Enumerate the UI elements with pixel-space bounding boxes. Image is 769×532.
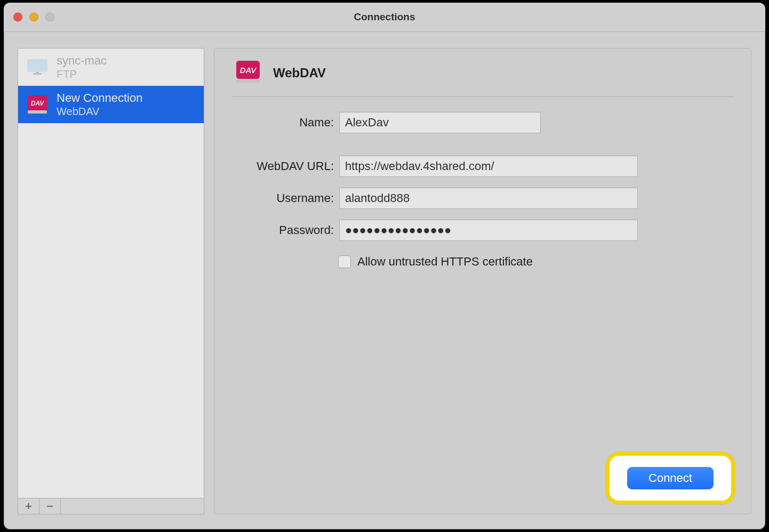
sidebar-item-new-connection[interactable]: DAV New Connection WebDAV [18, 86, 204, 123]
svg-rect-0 [27, 59, 47, 72]
password-field[interactable] [339, 220, 638, 241]
allow-untrusted-checkbox[interactable] [338, 255, 351, 268]
username-field[interactable] [339, 188, 638, 209]
detail-header: DAV WebDAV [231, 59, 734, 97]
webdav-icon: DAV [26, 94, 49, 115]
row-allow-untrusted: Allow untrusted HTTPS certificate [338, 255, 734, 269]
add-connection-button[interactable]: + [18, 498, 39, 514]
close-window-button[interactable] [13, 13, 22, 22]
monitor-icon [26, 57, 49, 77]
row-name: Name: [231, 112, 734, 133]
sidebar-item-label: New Connection [57, 91, 142, 105]
name-field[interactable] [339, 112, 541, 133]
webdav-icon: DAV [235, 59, 261, 87]
sidebar-item-label: sync-mac [57, 54, 107, 68]
connections-list: sync-mac FTP DAV New Connection [18, 48, 204, 498]
window-controls [13, 13, 54, 22]
label-username: Username: [231, 191, 334, 205]
row-password: Password: [231, 220, 734, 241]
svg-rect-5 [28, 110, 47, 114]
row-url: WebDAV URL: [231, 156, 734, 177]
label-name: Name: [231, 116, 334, 130]
sidebar-footer: + − [18, 498, 204, 514]
label-url: WebDAV URL: [231, 159, 334, 173]
connections-window: Connections sync-mac FTP [4, 3, 765, 529]
svg-rect-2 [36, 72, 39, 74]
svg-rect-8 [236, 79, 260, 83]
window-body: sync-mac FTP DAV New Connection [4, 32, 765, 529]
sidebar-item-sync-mac[interactable]: sync-mac FTP [18, 49, 204, 86]
sidebar-item-protocol: WebDAV [57, 105, 142, 118]
svg-text:DAV: DAV [240, 66, 258, 75]
webdav-url-field[interactable] [339, 156, 638, 177]
sidebar-item-protocol: FTP [57, 68, 107, 80]
detail-panel: DAV WebDAV Name: WebDAV URL: Username: [214, 48, 751, 514]
label-password: Password: [231, 223, 334, 237]
connect-highlight: Connect [606, 452, 735, 504]
minimize-window-button[interactable] [29, 13, 38, 22]
sidebar: sync-mac FTP DAV New Connection [18, 48, 204, 514]
window-title: Connections [354, 11, 415, 23]
connection-form: Name: WebDAV URL: Username: Password: [231, 112, 734, 269]
zoom-window-button[interactable] [45, 13, 54, 22]
titlebar: Connections [4, 3, 765, 32]
detail-title: WebDAV [273, 66, 326, 80]
remove-connection-button[interactable]: − [39, 498, 61, 514]
svg-text:DAV: DAV [31, 100, 44, 107]
connect-button[interactable]: Connect [627, 467, 714, 489]
label-allow-untrusted: Allow untrusted HTTPS certificate [357, 255, 533, 269]
row-username: Username: [231, 188, 734, 209]
